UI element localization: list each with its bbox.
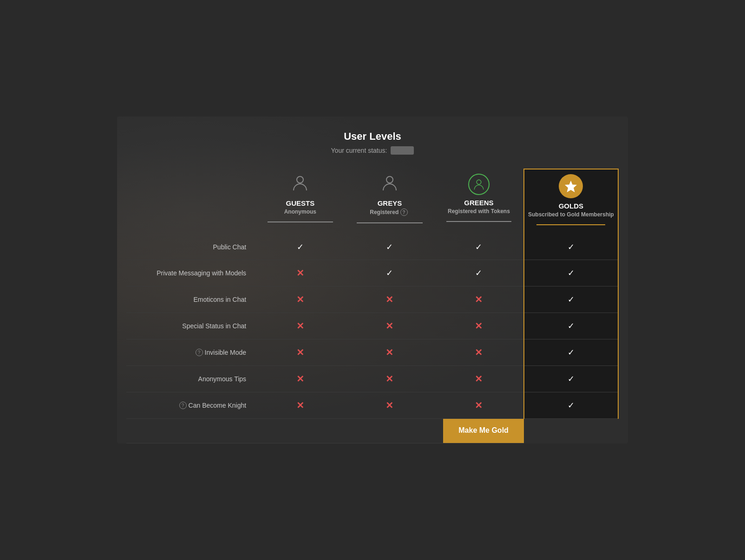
cross-icon: ✕ xyxy=(386,374,393,384)
feature-label-cell: ?Can Become Knight xyxy=(126,392,255,419)
greens-icon xyxy=(438,174,520,195)
feature-label-cell: Special Status in Chat xyxy=(126,313,255,339)
feature-greys-cell: ✕ xyxy=(345,366,435,392)
golds-icon xyxy=(528,174,614,198)
check-icon: ✓ xyxy=(568,348,575,357)
levels-table: GUESTS Anonymous GREYS xyxy=(126,169,619,443)
cross-icon: ✕ xyxy=(296,294,304,305)
svg-point-1 xyxy=(386,176,393,183)
cross-icon: ✕ xyxy=(296,374,304,384)
greens-name: GREENS xyxy=(438,199,520,207)
feature-greens-cell: ✕ xyxy=(434,313,524,339)
greens-divider xyxy=(446,221,511,222)
page-container: User Levels Your current status: xyxy=(117,117,628,443)
feature-label-cell: Anonymous Tips xyxy=(126,366,255,392)
cross-icon: ✕ xyxy=(386,347,393,358)
feature-label-cell: Private Messaging with Models xyxy=(126,260,255,287)
tier-header-golds: GOLDS Subscribed to Gold Membership xyxy=(524,169,618,234)
feature-row: ?Can Become Knight✕✕✕✓ xyxy=(126,392,618,419)
guests-subtitle: Anonymous xyxy=(259,208,341,215)
feature-row: ?Invisible Mode✕✕✕✓ xyxy=(126,339,618,366)
tier-header-greys: GREYS Registered ? xyxy=(345,169,435,234)
feature-row: Public Chat✓✓✓✓ xyxy=(126,234,618,260)
make-gold-row: Make Me Gold xyxy=(126,419,618,444)
cross-icon: ✕ xyxy=(296,347,304,358)
greys-subtitle: Registered ? xyxy=(349,208,431,216)
guests-name: GUESTS xyxy=(259,199,341,207)
feature-guests-cell: ✕ xyxy=(255,313,345,339)
feature-guests-cell: ✕ xyxy=(255,260,345,287)
guests-icon xyxy=(259,174,341,195)
check-icon: ✓ xyxy=(475,268,482,278)
svg-marker-3 xyxy=(565,181,577,192)
feature-row: Anonymous Tips✕✕✕✓ xyxy=(126,366,618,392)
feature-label-text: Invisible Mode xyxy=(205,349,247,356)
feature-guests-cell: ✕ xyxy=(255,339,345,366)
golds-divider xyxy=(536,224,605,225)
cross-icon: ✕ xyxy=(475,400,483,410)
check-icon: ✓ xyxy=(386,268,393,278)
cross-icon: ✕ xyxy=(386,294,393,305)
feature-help-icon[interactable]: ? xyxy=(196,349,203,356)
svg-point-0 xyxy=(297,176,303,183)
feature-row: Emoticons in Chat✕✕✕✓ xyxy=(126,287,618,313)
feature-greens-cell: ✕ xyxy=(434,366,524,392)
feature-label-text: Public Chat xyxy=(213,243,247,251)
feature-label-cell: Emoticons in Chat xyxy=(126,287,255,313)
feature-greys-cell: ✕ xyxy=(345,287,435,313)
cross-icon: ✕ xyxy=(475,374,483,384)
check-icon: ✓ xyxy=(386,242,393,252)
cross-icon: ✕ xyxy=(386,321,393,331)
feature-golds-cell: ✓ xyxy=(524,339,618,366)
feature-greens-cell: ✕ xyxy=(434,339,524,366)
feature-greys-cell: ✓ xyxy=(345,234,435,260)
feature-help-icon[interactable]: ? xyxy=(179,402,187,409)
feature-label-text: Emoticons in Chat xyxy=(194,296,247,303)
check-icon: ✓ xyxy=(475,242,482,252)
feature-label-text: Special Status in Chat xyxy=(182,322,246,330)
feature-guests-cell: ✓ xyxy=(255,234,345,260)
tier-header-greens: GREENS Registered with Tokens xyxy=(434,169,524,234)
make-gold-button[interactable]: Make Me Gold xyxy=(443,419,523,443)
feature-col-header xyxy=(126,169,255,234)
feature-label-text: Anonymous Tips xyxy=(198,375,247,383)
feature-greens-cell: ✕ xyxy=(434,287,524,313)
golds-subtitle: Subscribed to Gold Membership xyxy=(528,211,614,218)
tier-header-guests: GUESTS Anonymous xyxy=(255,169,345,234)
feature-guests-cell: ✕ xyxy=(255,366,345,392)
cross-icon: ✕ xyxy=(296,268,304,278)
cross-icon: ✕ xyxy=(475,321,483,331)
feature-golds-cell: ✓ xyxy=(524,234,618,260)
feature-golds-cell: ✓ xyxy=(524,366,618,392)
feature-row: Special Status in Chat✕✕✕✓ xyxy=(126,313,618,339)
check-icon: ✓ xyxy=(568,268,575,278)
greys-help-icon[interactable]: ? xyxy=(400,208,408,216)
feature-greys-cell: ✕ xyxy=(345,392,435,419)
feature-golds-cell: ✓ xyxy=(524,287,618,313)
check-icon: ✓ xyxy=(568,321,575,331)
feature-greens-cell: ✓ xyxy=(434,260,524,287)
cross-icon: ✕ xyxy=(386,400,393,410)
feature-golds-cell: ✓ xyxy=(524,392,618,419)
check-icon: ✓ xyxy=(568,401,575,410)
check-icon: ✓ xyxy=(568,242,575,252)
cross-icon: ✕ xyxy=(296,400,304,410)
greys-name: GREYS xyxy=(349,199,431,207)
feature-guests-cell: ✕ xyxy=(255,392,345,419)
feature-greens-cell: ✓ xyxy=(434,234,524,260)
main-content: User Levels Your current status: xyxy=(117,117,628,443)
check-icon: ✓ xyxy=(568,374,575,384)
feature-greys-cell: ✓ xyxy=(345,260,435,287)
golds-name: GOLDS xyxy=(528,202,614,210)
check-icon: ✓ xyxy=(568,295,575,304)
check-icon: ✓ xyxy=(297,242,304,252)
feature-label-text: Can Become Knight xyxy=(189,402,247,409)
feature-label-cell: Public Chat xyxy=(126,234,255,260)
greens-subtitle: Registered with Tokens xyxy=(438,208,520,215)
greys-divider xyxy=(357,222,422,223)
page-title: User Levels xyxy=(126,130,619,143)
status-badge xyxy=(391,146,414,155)
feature-greys-cell: ✕ xyxy=(345,313,435,339)
feature-row: Private Messaging with Models✕✓✓✓ xyxy=(126,260,618,287)
feature-guests-cell: ✕ xyxy=(255,287,345,313)
